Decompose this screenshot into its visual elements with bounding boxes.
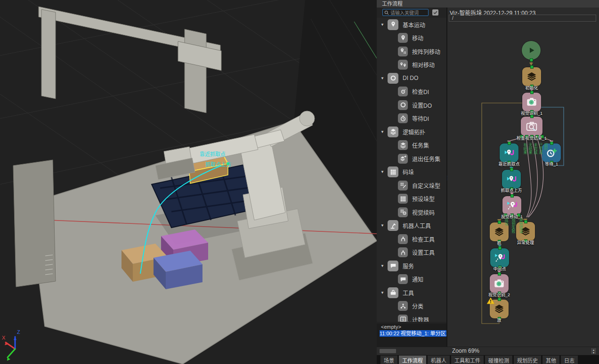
tree-group-2[interactable]: ▼逻辑拓扑 [377,125,446,139]
collapse-arrow-icon[interactable]: ▼ [380,76,385,80]
filter-checkbox[interactable] [432,9,438,16]
tree-group-label: DI DO [403,75,418,81]
port-in[interactable] [498,221,501,224]
tree-item-3-1[interactable]: 预设垛型 [377,192,446,206]
collapse-arrow-icon[interactable]: ▼ [380,223,385,228]
move-icon [503,147,515,159]
tree-group-3[interactable]: ▼码垛 [377,166,446,179]
tab-1[interactable]: 工作流程 [399,356,426,364]
node-init[interactable]: 初始化 [522,67,541,86]
node-place[interactable]: 放 [490,300,509,318]
node-near[interactable]: 靠近抓取点 [500,143,518,162]
tree-item-4-0[interactable]: 检查工具 [377,232,446,246]
collapse-arrow-icon[interactable]: ▼ [380,23,385,27]
workflow-canvas[interactable]: 初始化视觉识别_1检查视觉结果_1靠近抓取点等待_1抓取点上方视觉移动_1抓异常… [447,23,599,347]
zoom-spinner[interactable]: ▴▾ [591,348,597,355]
port-in[interactable] [508,142,511,145]
checkmark-icon [433,10,438,15]
tree-item-3-0[interactable]: 自定义垛型 [377,179,446,192]
workflow-graph-panel: Viz-智能拆垛 2022-12-29 11:00:23 / [447,8,599,347]
node-vis1[interactable]: 视觉识别_1 [522,93,541,111]
node-vis2[interactable]: 视觉识别_2 [490,274,509,293]
message-log: <empty> 11:00:22 视觉移动_1: 单分区方形 [377,324,446,347]
port-in[interactable] [530,91,534,94]
collapse-arrow-icon[interactable]: ▼ [380,170,385,174]
tab-5[interactable]: 规划历史 [514,356,541,364]
node-mid[interactable]: 中间点 [490,248,509,267]
breadcrumb[interactable]: / [449,15,596,22]
classify-icon [398,301,408,311]
ring-icon [388,73,398,84]
vismove-icon [494,252,506,264]
breadcrumb-path: / [452,16,453,21]
move-icon [505,173,518,185]
node-check[interactable]: 检查视觉结果_1 [521,117,542,136]
grid-pen-icon [398,181,408,190]
port-in[interactable] [524,220,527,223]
tree-item-3-2[interactable]: 视觉续码 [377,206,446,219]
node-above[interactable]: 抓取点上方 [502,170,521,189]
port-in[interactable] [550,142,553,145]
play-icon [526,45,537,56]
camera-icon [526,96,538,108]
edge-label: 规划失败 [511,218,515,233]
library-resize-handle[interactable]: ······ [377,319,446,324]
ring-dot-icon [398,87,408,96]
tree-item-label: 任务集 [412,141,429,149]
tree-item-1-0[interactable]: 检查DI [377,85,446,99]
node-vmove[interactable]: 视觉移动_1 [502,196,521,215]
ring-icon [398,100,408,110]
tab-6[interactable]: 其他 [542,356,559,364]
tree-group-4[interactable]: ▼机器人工具 [377,219,446,233]
tree-group-6[interactable]: ▼工具 [377,286,446,300]
tree-item-5-0[interactable]: 通知 [377,273,446,286]
tab-7[interactable]: 日志 [561,356,578,364]
tree-item-label: 设置工具 [412,248,435,256]
tree-item-label: 检查DI [412,87,429,95]
node-label: 等待_1 [545,161,558,167]
node-start[interactable] [522,41,541,60]
port-in[interactable] [498,298,501,301]
port-out[interactable] [530,58,533,62]
step-library-tree[interactable]: ▼基本运动移动按阵列移动相对移动▼DI DO检查DI设置DO等待DI▼逻辑拓扑任… [377,18,446,322]
panel-titlebar[interactable]: 工作流程 [377,0,599,8]
node-label: 检查视觉结果_1 [517,135,547,141]
pin-grid-icon [398,47,408,56]
tree-item-1-2[interactable]: 等待DI [377,112,446,126]
port-in[interactable] [498,246,502,250]
grid-cam-icon [398,207,408,217]
tab-0[interactable]: 场景 [380,356,397,364]
tree-item-2-0[interactable]: 任务集 [377,139,446,152]
collapse-arrow-icon[interactable]: ▼ [380,291,385,295]
tab-3[interactable]: 工具和工件 [451,356,484,364]
pin-pair-icon [398,60,408,70]
tree-item-0-2[interactable]: 相对移动 [377,58,446,72]
tree-item-4-1[interactable]: 设置工具 [377,246,446,260]
tree-item-0-1[interactable]: 按阵列移动 [377,45,446,58]
log-entry[interactable]: 11:00:22 视觉移动_1: 单分区方形 [380,330,446,337]
tree-item-2-1[interactable]: 退出任务集 [377,152,446,166]
collapse-arrow-icon[interactable]: ▼ [380,264,385,268]
camcheck-icon [526,120,538,133]
port-in[interactable] [510,194,514,198]
tree-group-0[interactable]: ▼基本运动 [377,18,446,32]
tree-group-1[interactable]: ▼DI DO [377,71,446,85]
search-icon [384,10,389,15]
camera-icon [493,277,505,290]
tree-group-5[interactable]: ▼服务 [377,259,446,273]
tree-item-label: 等待DI [412,114,429,122]
node-label: 初始化 [525,85,538,91]
port-in[interactable] [510,168,513,171]
port-in[interactable] [530,115,534,118]
tree-group-label: 码垛 [403,168,414,176]
port-in[interactable] [530,65,534,69]
tab-2[interactable]: 机器人 [428,356,450,364]
tab-4[interactable]: 碰撞检测 [485,356,512,364]
tree-item-0-0[interactable]: 移动 [377,32,446,45]
collapse-arrow-icon[interactable]: ▼ [380,130,385,134]
tree-item-6-0[interactable]: 分类 [377,300,446,313]
search-input[interactable]: 请输入关键词 [382,9,429,16]
tree-item-1-1[interactable]: 设置DO [377,98,446,112]
port-in[interactable] [498,272,501,276]
3d-viewport[interactable]: 靠近抓取点 抓取点上方 X Z [0,0,377,364]
